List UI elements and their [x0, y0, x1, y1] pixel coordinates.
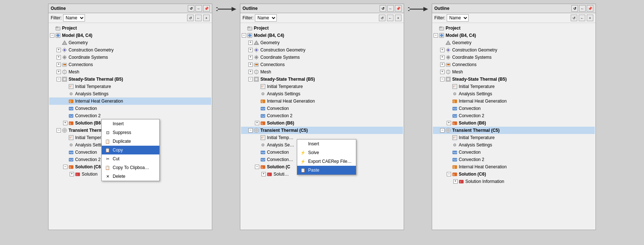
expand-button[interactable]: +	[440, 70, 445, 74]
filter-back-icon[interactable]: ←	[195, 15, 202, 21]
filter-select[interactable]: Name	[255, 14, 277, 22]
tree-item[interactable]: −Model (B4, C4)	[49, 32, 211, 39]
expand-button[interactable]: +	[70, 172, 74, 176]
tree-item[interactable]: Geometry	[49, 39, 211, 46]
tree-item[interactable]: Geometry	[433, 39, 595, 46]
tree-item[interactable]: QInternal Heat Generation	[241, 97, 403, 105]
context-menu-item[interactable]: 📋Duplicate	[102, 137, 159, 146]
tree-item[interactable]: Convection	[241, 105, 403, 112]
context-menu-item[interactable]: Insert	[297, 139, 356, 148]
expand-button[interactable]: −	[50, 33, 54, 38]
refresh-icon[interactable]: ↺	[380, 5, 386, 12]
expand-button[interactable]: −	[248, 77, 253, 81]
tree-item[interactable]: Analysis Settings	[433, 90, 595, 97]
filter-add-icon[interactable]: +	[203, 15, 210, 21]
context-menu-item[interactable]: Insert	[102, 119, 159, 128]
tree-item[interactable]: +Construction Geometry	[49, 46, 211, 54]
pin-icon[interactable]: 📌	[587, 5, 593, 12]
back-icon[interactable]: ←	[195, 5, 202, 12]
tree-item[interactable]: +Coordinate Systems	[433, 54, 595, 61]
tree-item[interactable]: Project	[241, 24, 403, 32]
tree-item[interactable]: −Model (B4, C4)	[241, 32, 403, 39]
filter-back-icon[interactable]: ←	[579, 15, 585, 21]
filter-select[interactable]: Name	[63, 14, 85, 22]
expand-button[interactable]: −	[57, 77, 61, 81]
filter-refresh-icon[interactable]: ↺	[379, 15, 385, 21]
tree-item[interactable]: Convection 2	[433, 112, 595, 119]
filter-add-icon[interactable]: +	[587, 15, 593, 21]
tree-item[interactable]: +Construction Geometry	[241, 46, 403, 54]
tree-item[interactable]: +!Solution Information	[433, 178, 595, 185]
pin-icon[interactable]: 📌	[203, 5, 210, 12]
expand-button[interactable]: +	[248, 55, 253, 60]
expand-button[interactable]: +	[261, 172, 266, 176]
tree-item[interactable]: +SSolution (B6)	[433, 119, 595, 127]
expand-button[interactable]: +	[255, 121, 259, 125]
context-menu-item[interactable]: ⚡Solve	[297, 148, 356, 157]
back-icon[interactable]: ←	[387, 5, 394, 12]
tree-item[interactable]: Convection 2	[241, 112, 403, 119]
context-menu-item[interactable]: 📋Copy To Clipboa…	[102, 163, 159, 172]
tree-item[interactable]: T°Initial Temperature	[433, 134, 595, 141]
tree-item[interactable]: +Geometry	[241, 39, 403, 46]
tree-item[interactable]: QInternal Heat Generation	[433, 163, 595, 171]
tree-item[interactable]: Convection	[49, 105, 211, 112]
tree-item[interactable]: −Model (B4, C4)	[433, 32, 595, 39]
tree-item[interactable]: +Connections	[49, 61, 211, 68]
filter-select[interactable]: Name	[447, 14, 469, 22]
context-menu-item[interactable]: ✂Cut	[102, 154, 159, 163]
tree-item[interactable]: +Mesh	[241, 68, 403, 76]
context-menu-item[interactable]: ✕Delete	[102, 172, 159, 181]
expand-button[interactable]: +	[57, 62, 61, 67]
tree-item[interactable]: Project	[49, 24, 211, 32]
tree-item[interactable]: +Connections	[241, 61, 403, 68]
filter-back-icon[interactable]: ←	[387, 15, 393, 21]
expand-button[interactable]: +	[248, 62, 253, 67]
tree-item[interactable]: Convection 2	[49, 112, 211, 119]
expand-button[interactable]: −	[63, 165, 67, 169]
tree-item[interactable]: QInternal Heat Generation	[433, 97, 595, 105]
expand-button[interactable]: +	[453, 179, 458, 184]
context-menu-item[interactable]: ⊡Suppress	[102, 128, 159, 137]
expand-button[interactable]: −	[242, 33, 246, 38]
tree-item[interactable]: +Coordinate Systems	[49, 54, 211, 61]
back-icon[interactable]: ←	[579, 5, 586, 12]
tree-item[interactable]: −Transient Thermal (C5)	[433, 127, 595, 134]
tree-item[interactable]: −SSolution (C6)	[433, 171, 595, 178]
context-menu-item[interactable]: 📋Paste	[297, 166, 356, 175]
tree-item[interactable]: −Steady-State Thermal (B5)	[433, 76, 595, 83]
tree-item[interactable]: Analysis Settings	[433, 141, 595, 149]
tree-item[interactable]: Convection	[433, 105, 595, 112]
expand-button[interactable]: −	[434, 33, 438, 38]
tree-item[interactable]: +Construction Geometry	[433, 46, 595, 54]
tree-item[interactable]: T°Initial Temperature	[433, 83, 595, 90]
expand-button[interactable]: +	[447, 121, 451, 125]
tree-item[interactable]: −Steady-State Thermal (B5)	[241, 76, 403, 83]
expand-button[interactable]: +	[57, 48, 61, 52]
expand-button[interactable]: +	[63, 121, 67, 125]
refresh-icon[interactable]: ↺	[188, 5, 194, 12]
tree-item[interactable]: T°Initial Temperature	[49, 83, 211, 90]
tree-item[interactable]: Analysis Settings	[49, 90, 211, 97]
tree-item[interactable]: +Mesh	[49, 68, 211, 76]
tree-item[interactable]: Convection 2	[433, 156, 595, 163]
tree-item[interactable]: Analysis Settings	[241, 90, 403, 97]
expand-button[interactable]: +	[248, 70, 253, 74]
tree-item[interactable]: +Connections	[433, 61, 595, 68]
tree-item[interactable]: +SSolution (B6)	[241, 119, 403, 127]
context-menu-item[interactable]: 📋Copy	[102, 146, 159, 154]
expand-button[interactable]: +	[440, 55, 445, 60]
tree-item[interactable]: Convection	[433, 149, 595, 156]
filter-add-icon[interactable]: +	[395, 15, 401, 21]
expand-button[interactable]: −	[248, 128, 253, 133]
filter-refresh-icon[interactable]: ↺	[187, 15, 194, 21]
filter-refresh-icon[interactable]: ↺	[571, 15, 577, 21]
refresh-icon[interactable]: ↺	[571, 5, 578, 12]
expand-button[interactable]: −	[255, 165, 259, 169]
expand-button[interactable]: −	[440, 77, 445, 81]
expand-button[interactable]: −	[440, 128, 445, 133]
tree-item[interactable]: QInternal Heat Generation	[49, 97, 211, 105]
pin-icon[interactable]: 📌	[395, 5, 401, 12]
expand-button[interactable]: +	[57, 70, 61, 74]
context-menu-item[interactable]: ⚡Export CAERep File…	[297, 157, 356, 166]
